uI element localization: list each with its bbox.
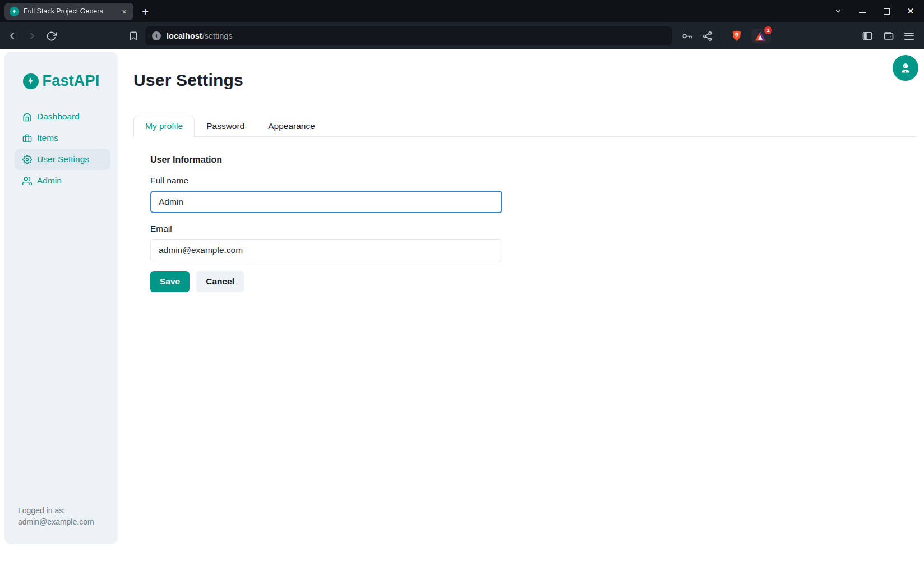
fastapi-favicon-icon [10, 7, 19, 16]
url-path: /settings [202, 31, 233, 40]
logged-in-label: Logged in as: [18, 505, 110, 516]
save-button[interactable]: Save [150, 271, 190, 292]
cancel-button[interactable]: Cancel [196, 271, 244, 292]
sidebar-item-label: Items [37, 133, 58, 143]
profile-panel: User Information Full name Email Save Ca… [133, 137, 924, 292]
sidebar-item-label: User Settings [37, 154, 89, 164]
rewards-notification-badge: 1 [764, 26, 772, 34]
settings-tabs: My profile Password Appearance [133, 116, 917, 137]
logged-in-email: admin@example.com [18, 516, 110, 527]
users-icon [22, 176, 32, 186]
app-page: FastAPI Dashboard Items [0, 49, 924, 575]
brave-rewards-button[interactable]: 1 [751, 29, 771, 43]
full-name-label: Full name [150, 176, 924, 186]
password-key-icon[interactable] [681, 30, 693, 42]
browser-window: Full Stack Project Genera × + ✕ [0, 0, 924, 575]
tab-strip: Full Stack Project Genera × + ✕ [0, 0, 924, 22]
url-host: localhost [167, 31, 202, 40]
sidebar-toggle-icon[interactable] [862, 30, 873, 42]
email-label: Email [150, 224, 924, 234]
url-bar[interactable]: i localhost/settings [145, 26, 672, 45]
tab-password[interactable]: Password [195, 116, 256, 137]
toolbar-action-icons: 1 [681, 29, 771, 43]
nav-buttons [7, 30, 57, 42]
sidebar-item-label: Admin [37, 176, 62, 186]
tab-title: Full Stack Project Genera [24, 7, 116, 15]
sidebar: FastAPI Dashboard Items [4, 52, 118, 544]
site-info-icon[interactable]: i [152, 31, 161, 40]
close-window-button[interactable]: ✕ [906, 7, 915, 16]
home-icon [22, 112, 32, 122]
briefcase-icon [22, 134, 32, 143]
back-button[interactable] [7, 30, 18, 42]
maximize-button[interactable] [882, 7, 891, 16]
tab-appearance[interactable]: Appearance [256, 116, 327, 137]
form-actions: Save Cancel [150, 271, 924, 292]
sidebar-item-admin[interactable]: Admin [15, 170, 110, 191]
page-title: User Settings [133, 71, 924, 90]
reload-button[interactable] [46, 31, 57, 42]
toolbar-right-icons [862, 30, 914, 42]
brave-shield-icon[interactable] [731, 30, 742, 42]
tab-search-chevron-icon[interactable] [834, 7, 843, 16]
logged-in-footer: Logged in as: admin@example.com [4, 505, 118, 544]
fastapi-logo: FastAPI [23, 72, 100, 90]
tab-my-profile[interactable]: My profile [133, 116, 195, 137]
minimize-button[interactable] [858, 7, 867, 16]
logo-text: FastAPI [43, 72, 100, 90]
fastapi-bolt-icon [23, 73, 39, 89]
menu-hamburger-icon[interactable] [904, 33, 914, 40]
sidebar-item-label: Dashboard [37, 112, 80, 122]
email-input[interactable] [150, 239, 502, 261]
wallet-icon[interactable] [883, 30, 894, 42]
url-text: localhost/settings [167, 31, 233, 41]
toolbar-divider [722, 30, 722, 42]
sidebar-item-dashboard[interactable]: Dashboard [15, 106, 110, 127]
sidebar-item-items[interactable]: Items [15, 127, 110, 149]
brave-rewards-triangle-icon [755, 31, 766, 42]
sidebar-nav: Dashboard Items User Settings [4, 106, 118, 191]
share-icon[interactable] [702, 31, 713, 42]
gear-icon [22, 155, 32, 164]
new-tab-button[interactable]: + [142, 6, 149, 17]
full-name-input[interactable] [150, 191, 502, 213]
sidebar-item-user-settings[interactable]: User Settings [15, 149, 110, 170]
forward-button[interactable] [26, 30, 38, 42]
browser-toolbar: i localhost/settings 1 [0, 22, 924, 49]
user-astronaut-icon [899, 61, 912, 75]
bookmark-icon[interactable] [128, 31, 138, 41]
user-avatar-button[interactable] [893, 55, 918, 81]
browser-tab[interactable]: Full Stack Project Genera × [4, 3, 133, 20]
section-title: User Information [150, 155, 924, 165]
tab-close-button[interactable]: × [120, 6, 128, 17]
window-controls: ✕ [834, 7, 915, 16]
main-content: User Settings My profile Password Appear… [118, 49, 924, 575]
